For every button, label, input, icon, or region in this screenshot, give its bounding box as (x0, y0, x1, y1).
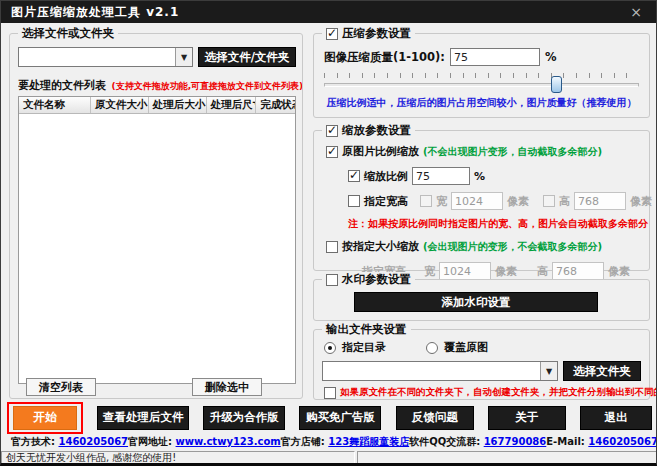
fixed-height-label: 高 (537, 264, 548, 279)
size-checkbox[interactable] (348, 195, 360, 207)
select-file-button[interactable]: 选择文件/文件夹 (198, 47, 296, 67)
footer-links-row: 官方技术: 1460205067 官网地址: www.ctwy123.com 官… (1, 434, 657, 449)
height-px-label: 像素 (630, 194, 652, 209)
proportional-hint: (不会出现图片变形，自动截取多余部分) (423, 145, 602, 159)
shop-label: 官方店铺: (281, 436, 325, 447)
file-list-buttons: 清空列表 删除选中 (10, 376, 302, 396)
quality-input[interactable] (450, 48, 540, 66)
fixed-size-hint: (会出现图片的变形，不会截取多余部分) (423, 240, 602, 254)
file-list-body[interactable] (19, 114, 295, 383)
clear-list-button[interactable]: 清空列表 (26, 378, 96, 396)
quality-slider (324, 73, 639, 91)
qq-link[interactable]: 167790086 (484, 436, 547, 447)
compress-hint: 压缩比例适中，压缩后的图片占用空间较小，图片质量好（推荐使用） (314, 96, 649, 110)
column-header-filename[interactable]: 文件名称 (19, 97, 91, 113)
file-group-label: 选择文件或文件夹 (22, 26, 114, 41)
feedback-button[interactable]: 反馈问题 (396, 406, 474, 430)
fixed-height-px-label: 像素 (608, 264, 630, 279)
column-header-processed-dim[interactable]: 处理后尺寸 (207, 97, 257, 113)
quality-slider-thumb[interactable] (551, 76, 562, 93)
output-folder-value[interactable] (323, 362, 540, 380)
column-header-original-size[interactable]: 原文件大小 (91, 97, 149, 113)
overwrite-radio[interactable] (426, 342, 438, 354)
auto-create-hint: 如果原文件在不同的文件夹下，自动创建文件夹，并把文件分别输出到不同的文件夹 (340, 386, 657, 399)
tech-link[interactable]: 1460205067 (58, 436, 128, 447)
site-link[interactable]: www.ctwy123.com (176, 436, 281, 447)
ratio-input[interactable] (412, 167, 470, 185)
slider-ticks (324, 73, 639, 78)
file-group-title: 选择文件或文件夹 (18, 26, 118, 41)
ratio-checkbox[interactable] (348, 170, 360, 182)
scale-group-label: 缩放参数设置 (342, 123, 411, 138)
scale-enable-checkbox[interactable] (326, 125, 338, 137)
quality-slider-track[interactable] (324, 83, 639, 87)
width-input[interactable] (451, 192, 503, 210)
status-bar: 创天无忧开发小组作品, 感谢您的使用! (1, 451, 657, 464)
upgrade-button[interactable]: 升级为合作版 (203, 406, 285, 430)
qq-contact: 软件QQ交流群: 167790086 (409, 435, 546, 449)
quality-unit: % (545, 50, 557, 64)
column-header-processed-size[interactable]: 处理后大小 (149, 97, 207, 113)
delete-selected-button[interactable]: 删除选中 (192, 378, 262, 396)
view-processed-button[interactable]: 查看处理后文件 (97, 406, 189, 430)
mail-label: E-Mail: (546, 436, 585, 447)
watermark-enable-checkbox[interactable] (326, 274, 338, 286)
file-picker-row: ▼ 选择文件/文件夹 (18, 47, 296, 67)
add-watermark-button[interactable]: 添加水印设置 (354, 292, 598, 312)
specify-dir-label: 指定目录 (342, 340, 386, 355)
scale-group-title: 缩放参数设置 (322, 123, 415, 138)
start-button[interactable]: 开始 (13, 406, 77, 430)
column-header-status[interactable]: 完成状态 (256, 97, 295, 113)
app-window: 图片压缩缩放处理工具 v2.1 × 选择文件或文件夹 ▼ 选择文件/文件夹 要处… (0, 0, 657, 466)
compress-enable-checkbox[interactable] (326, 28, 338, 40)
output-folder-combobox[interactable]: ▼ (322, 361, 558, 381)
fixed-width-px-label: 像素 (495, 264, 517, 279)
height-input[interactable] (574, 192, 626, 210)
watermark-group-label: 水印参数设置 (342, 272, 411, 287)
scale-settings-group: 缩放参数设置 原图片比例缩放 (不会出现图片变形，自动截取多余部分) 缩放比例 … (313, 130, 650, 271)
compress-settings-group: 压缩参数设置 图像压缩质量(1-100): % 压缩比例适中，压缩后的图片占用空… (313, 33, 650, 118)
auto-create-row: 如果原文件在不同的文件夹下，自动创建文件夹，并把文件分别输出到不同的文件夹 (324, 386, 649, 399)
shop-link[interactable]: 123舞蹈服童装店 (328, 436, 409, 447)
fixed-width-input[interactable] (439, 262, 491, 280)
shop-contact: 官方店铺: 123舞蹈服童装店 (281, 435, 409, 449)
width-label: 宽 (436, 194, 447, 209)
output-folder-row: ▼ 选择文件夹 (322, 361, 641, 381)
status-right (357, 451, 657, 464)
auto-create-checkbox[interactable] (324, 387, 336, 399)
exit-button[interactable]: 退出 (580, 406, 652, 430)
mail-link[interactable]: 1460205067@qq.com (588, 436, 657, 447)
ratio-label: 缩放比例 (364, 169, 408, 184)
output-group-label: 输出文件夹设置 (326, 322, 407, 337)
watermark-settings-group: 水印参数设置 添加水印设置 (313, 279, 650, 321)
output-mode-row: 指定目录 覆盖原图 (324, 340, 649, 355)
quality-label: 图像压缩质量(1-100): (324, 50, 445, 65)
mail-contact: E-Mail: 1460205067@qq.com (546, 436, 657, 447)
fixed-width-label: 宽 (424, 264, 435, 279)
compress-group-label: 压缩参数设置 (342, 26, 411, 41)
file-table-header: 文件名称 原文件大小 处理后大小 处理后尺寸 完成状态 (19, 97, 295, 114)
file-path-combobox[interactable]: ▼ (18, 47, 193, 67)
ratio-row: 缩放比例 % (348, 167, 649, 185)
width-px-label: 像素 (507, 194, 529, 209)
height-checkbox[interactable] (543, 195, 555, 207)
height-label: 高 (559, 194, 570, 209)
file-selection-group: 选择文件或文件夹 ▼ 选择文件/文件夹 要处理的文件列表 (支持文件拖放功能,可… (9, 33, 303, 399)
proportional-checkbox[interactable] (326, 146, 338, 158)
chevron-down-icon[interactable]: ▼ (175, 48, 192, 66)
select-folder-button[interactable]: 选择文件夹 (563, 361, 641, 381)
fixed-height-input[interactable] (552, 262, 604, 280)
compress-group-title: 压缩参数设置 (322, 26, 415, 41)
chevron-down-icon[interactable]: ▼ (540, 362, 557, 380)
fixed-size-row: 按指定大小缩放 (会出现图片的变形，不会截取多余部分) (326, 239, 649, 254)
width-checkbox[interactable] (420, 195, 432, 207)
close-icon[interactable]: × (626, 5, 646, 19)
file-path-value[interactable] (19, 48, 175, 66)
fixed-size-checkbox[interactable] (326, 241, 338, 253)
size-row: 指定宽高 宽 像素 高 像素 (348, 192, 649, 210)
output-group-title: 输出文件夹设置 (322, 322, 411, 337)
file-list-drag-hint: (支持文件拖放功能,可直接拖放文件到文件列表) (112, 81, 302, 91)
specify-dir-radio[interactable] (324, 342, 336, 354)
buy-adfree-button[interactable]: 购买免广告版 (299, 406, 381, 430)
about-button[interactable]: 关于 (488, 406, 566, 430)
